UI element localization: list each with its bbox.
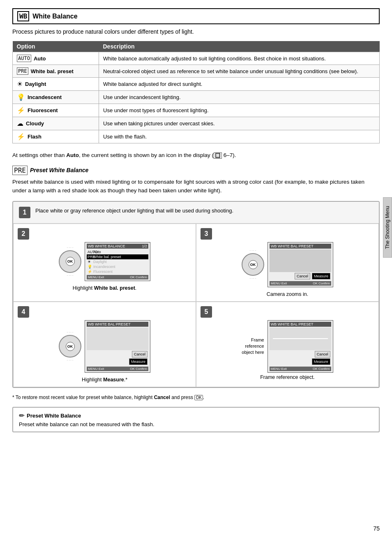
lcd-row-incandescent: 💡 Incandescent [87,264,148,269]
side-tab: The Shooting Menu [383,197,392,258]
step-5-caption: Frame reference object. [260,374,315,380]
step-3-lcd: WB WHITE BAL PRESET Cancel Measure MENU … [267,242,333,287]
option-auto: Auto [34,55,46,62]
note-text: Preset white balance can not be measured… [19,421,373,427]
step-3-number: 3 [201,228,212,240]
step-4-number: 4 [18,306,29,318]
auto-icon: AUTO [17,55,31,62]
step-4-lcd: WB WHITE BAL PRESET Cancel Measure MENU … [85,320,150,373]
option-incandescent: Incandescent [28,94,62,100]
option-fluorescent-desc: Use under most types of fluorescent ligh… [99,104,380,117]
step-5-lcd: WB WHITE BAL PRESET Cancel Measure MENU … [267,320,333,373]
incandescent-icon: 💡 [17,93,25,101]
option-preset: White bal. preset [31,68,74,74]
steps-container: 1 Place white or gray reference object u… [12,201,380,388]
table-row: ⚡ Flash Use with the flash. [13,130,380,143]
option-daylight: Daylight [25,81,46,87]
note-title: ✏ Preset White Balance [19,412,373,420]
step5-measure: Measure [312,358,330,365]
white-balance-table: Option Description AUTO Auto White balan… [12,41,380,143]
page-title: White Balance [32,13,77,20]
preset-section-title: Preset White Balance [30,167,88,173]
step-2-camera: · · · · OK · · · · WB WHITE BALANCE 1/2 … [59,242,150,281]
option-cloudy: Cloudy [26,120,44,127]
step3-cancel: Cancel [295,273,310,279]
note-box: ✏ Preset White Balance Preset white bala… [12,407,380,432]
option-flash-desc: Use with the flash. [99,130,380,143]
frame-label: Framereferenceobject here [242,337,264,356]
preset-icon: PRE [17,67,28,75]
option-auto-desc: White balance automatically adjusted to … [99,52,380,65]
page-subtitle: Process pictures to produce natural colo… [12,28,380,35]
table-row: ☀ Daylight White balance adjusted for di… [13,78,380,91]
ok-button-step2: OK [66,257,75,266]
body-paragraph: At settings other than Auto, the current… [12,151,380,160]
step4-measure: Measure [129,358,148,365]
table-col-description: Description [99,41,380,52]
preset-section-header: PRE Preset White Balance [12,166,380,175]
step-5-camera: WB WHITE BAL PRESET Cancel Measure MENU … [267,320,333,373]
page-number: 75 [373,525,380,532]
step5-cancel: Cancel [315,351,330,358]
table-row: ⚡ Fluorescent Use under most types of fl… [13,104,380,117]
fluorescent-icon: ⚡ [17,106,25,114]
step-3-box: 3 · · · · OK · · · · WB WHITE BAL PRESET [196,224,379,302]
step-1: 1 Place white or gray reference object u… [13,202,379,224]
side-tab-text: The Shooting Menu [385,206,390,249]
option-fluorescent: Fluorescent [28,107,58,113]
option-incandescent-desc: Use under incandescent lighting. [99,91,380,104]
step-1-text: Place white or gray reference object und… [35,207,373,215]
flash-icon: ⚡ [17,133,25,141]
step3-measure: Measure [312,273,330,279]
option-daylight-desc: White balance adjusted for direct sunlig… [99,78,380,91]
lcd-row-preset: PRE White bal. preset [87,254,148,259]
step-5-number: 5 [201,306,212,318]
ok-button-step3: OK [249,260,258,269]
table-row: AUTO Auto White balance automatically ad… [13,52,380,65]
cloudy-icon: ☁ [17,120,23,127]
table-row: PRE White bal. preset Neutral-colored ob… [13,65,380,78]
step-4-camera: · · · · OK · · · · WB WHITE BAL PRESET C… [59,320,150,373]
lcd-row-auto: AUTO Auto [87,249,148,254]
footnote: * To restore most recent value for prese… [12,394,380,401]
wb-icon: WB [17,11,29,21]
step-2-box: 2 · · · · OK · · · · WB WHITE BALANCE 1/… [13,224,196,302]
page-header: WB White Balance [12,8,380,24]
note-icon: ✏ [19,412,24,420]
step-5-content: Framereferenceobject here WB WHITE BAL P… [242,320,333,373]
table-row: 💡 Incandescent Use under incandescent li… [13,91,380,104]
step-2-caption: Highlight White bal. preset. [73,285,137,291]
step-5-box: 5 Framereferenceobject here WB WHITE BAL… [196,302,379,387]
note-title-text: Preset White Balance [27,413,81,419]
steps-grid: 2 · · · · OK · · · · WB WHITE BALANCE 1/… [13,224,379,387]
preset-section-para: Preset white balance is used with mixed … [12,178,380,195]
preset-section-icon: PRE [12,166,28,175]
table-row: ☁ Cloudy Use when taking pictures under … [13,117,380,130]
step-4-caption: Highlight Measure.* [82,377,127,383]
daylight-icon: ☀ [17,80,23,88]
ok-button-step4: OK [66,342,75,351]
lcd-row-fluorescent: ⚡ Fluorescent [87,269,148,274]
option-flash: Flash [28,134,42,140]
step-4-box: 4 · · · · OK · · · · WB WHITE BAL PRESET [13,302,196,387]
step-3-caption: Camera zooms in. [267,291,308,297]
step-3-camera: · · · · OK · · · · WB WHITE BAL PRESET [242,242,333,287]
lcd-row-daylight: ☀ Daylight [87,259,148,264]
step4-cancel: Cancel [132,351,148,358]
step-1-number: 1 [19,207,30,218]
step-2-number: 2 [18,228,29,240]
option-preset-desc: Neutral-colored object used as reference… [99,65,380,78]
step-2-lcd: WB WHITE BALANCE 1/2 AUTO Auto PRE White… [85,242,150,281]
table-col-option: Option [13,41,99,52]
option-cloudy-desc: Use when taking pictures under overcast … [99,117,380,130]
